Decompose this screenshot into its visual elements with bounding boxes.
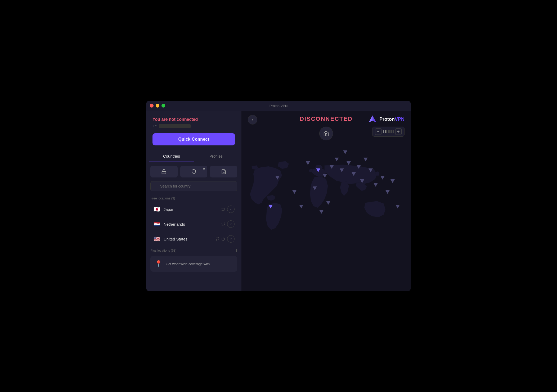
country-row-japan[interactable]: 🇯🇵 Japan [150, 202, 237, 217]
quick-connect-button[interactable]: Quick Connect [152, 133, 235, 145]
connection-status-text: You are not connected [152, 117, 235, 122]
search-container [146, 181, 241, 194]
refresh-icon-us [215, 237, 219, 241]
upgrade-text: Get worldwide coverage with [166, 262, 210, 266]
expand-us[interactable] [227, 235, 235, 243]
free-section-label: Free locations (3) [150, 194, 237, 202]
country-actions-netherlands [221, 220, 235, 228]
vpn-pin-9[interactable] [357, 165, 361, 169]
info-icon[interactable]: ℹ [236, 248, 237, 253]
main-content: You are not connected IP: Quick Connect … [146, 111, 411, 291]
vpn-pin-22[interactable] [268, 205, 273, 208]
app-window: Proton VPN You are not connected IP: Qui… [146, 101, 411, 291]
refresh-icon-japan [221, 207, 225, 211]
tab-profiles[interactable]: Profiles [194, 151, 238, 162]
country-name-us: United States [164, 237, 215, 241]
filter-secure-core[interactable] [150, 166, 178, 177]
vpn-pin-13[interactable] [374, 183, 378, 187]
country-actions-japan [221, 206, 235, 213]
vpn-pin-20[interactable] [299, 205, 303, 208]
map-area: DISCONNECTED ProtonVPN − [241, 111, 411, 291]
upgrade-pin-icon: 📍 [155, 260, 163, 268]
traffic-lights [150, 104, 165, 108]
country-list: Free locations (3) 🇯🇵 Japan [146, 194, 241, 291]
vpn-pin-16[interactable] [390, 179, 395, 183]
vpn-pin-12[interactable] [369, 168, 373, 172]
search-wrapper [150, 181, 237, 191]
svg-rect-0 [162, 171, 166, 174]
upgrade-banner[interactable]: 📍 Get worldwide coverage with [150, 256, 237, 272]
titlebar: Proton VPN [146, 101, 411, 111]
vpn-pin-6[interactable] [340, 168, 344, 172]
flag-us: 🇺🇸 [153, 236, 160, 242]
country-row-us[interactable]: 🇺🇸 United States [150, 231, 237, 246]
vpn-pin-23[interactable] [396, 205, 400, 208]
vpn-pin-14[interactable] [380, 176, 385, 180]
vpn-pin-10[interactable] [360, 179, 364, 183]
minimize-button[interactable] [156, 104, 159, 108]
vpn-pin-19[interactable] [292, 190, 297, 194]
vpn-pin-2[interactable] [316, 168, 320, 172]
vpn-pin-8[interactable] [352, 172, 356, 176]
vpn-pin-1[interactable] [306, 161, 310, 165]
flag-japan: 🇯🇵 [153, 206, 160, 212]
plus-section-header: Plus locations (68) ℹ [150, 246, 237, 254]
collapse-sidebar-button[interactable] [248, 115, 257, 124]
country-row-netherlands[interactable]: 🇳🇱 Netherlands [150, 217, 237, 231]
filter-netshield[interactable]: 0 [180, 166, 208, 177]
sidebar: You are not connected IP: Quick Connect … [146, 111, 241, 291]
expand-netherlands[interactable] [227, 220, 235, 228]
vpn-pin-25[interactable] [313, 186, 317, 190]
map-top-bar [241, 111, 411, 129]
maximize-button[interactable] [161, 104, 165, 108]
ip-row: IP: [152, 124, 235, 128]
vpn-pin-11[interactable] [363, 158, 368, 161]
vpn-pin-24[interactable] [343, 150, 347, 154]
tab-countries[interactable]: Countries [149, 151, 194, 162]
country-actions-us [215, 235, 235, 243]
expand-japan[interactable] [227, 206, 235, 213]
vpn-pin-5[interactable] [335, 158, 339, 161]
filter-icons: 0 [146, 162, 241, 181]
vpn-pin-7[interactable] [347, 161, 351, 165]
filter-profiles[interactable] [210, 166, 237, 177]
vpn-pin-17[interactable] [326, 201, 330, 205]
power-icon-us [221, 237, 225, 241]
country-name-netherlands: Netherlands [164, 222, 221, 226]
vpn-pin-3[interactable] [323, 174, 327, 178]
vpn-pin-15[interactable] [385, 190, 390, 194]
ip-address-masked [159, 124, 191, 128]
refresh-icon-netherlands [221, 222, 225, 226]
netshield-badge: 0 [203, 167, 205, 170]
plus-section-label: Plus locations (68) [150, 249, 177, 252]
vpn-pin-18[interactable] [319, 210, 324, 214]
search-input[interactable] [150, 181, 237, 191]
connection-status: You are not connected IP: Quick Connect [146, 111, 241, 150]
country-name-japan: Japan [164, 207, 221, 212]
tabs-container: Countries Profiles [146, 151, 241, 162]
vpn-pin-4[interactable] [330, 165, 334, 169]
window-title: Proton VPN [269, 104, 288, 108]
vpn-pin-21[interactable] [275, 176, 280, 180]
ip-label: IP: [152, 124, 157, 128]
flag-netherlands: 🇳🇱 [153, 221, 160, 227]
close-button[interactable] [150, 104, 154, 108]
